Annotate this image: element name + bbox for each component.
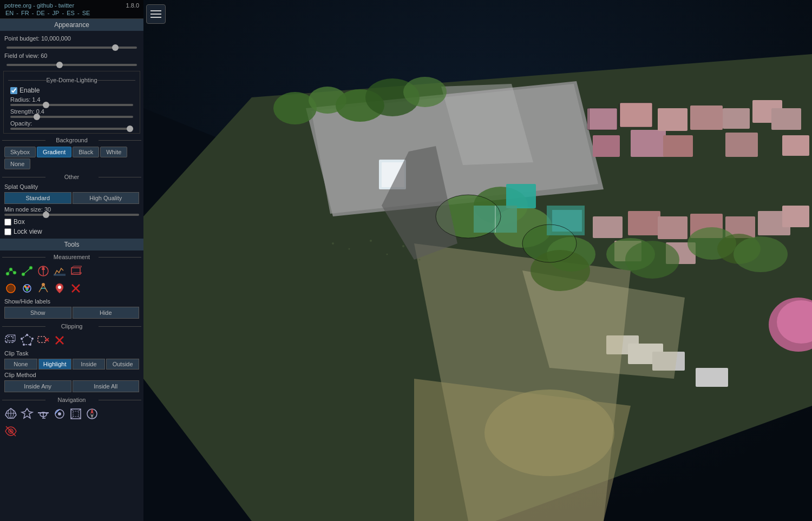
- cancel-clip-icon[interactable]: [53, 334, 66, 347]
- splat-high-btn[interactable]: High Quality: [73, 192, 140, 204]
- compass-nav-icon[interactable]: N: [86, 407, 99, 420]
- edl-title: Eye-Dome-Lighting: [6, 77, 137, 83]
- point-measure-icon[interactable]: [4, 265, 17, 278]
- show-labels-btn[interactable]: Show: [4, 307, 71, 319]
- circle-area-icon[interactable]: [4, 282, 17, 295]
- github-link[interactable]: github: [37, 2, 53, 9]
- svg-line-80: [23, 268, 31, 274]
- orbit-nav-icon[interactable]: [53, 407, 66, 420]
- svg-rect-24: [771, 108, 801, 130]
- bg-white-btn[interactable]: White: [100, 147, 127, 157]
- lock-view-checkbox[interactable]: [4, 228, 11, 235]
- clip-highlight-btn[interactable]: Highlight: [38, 359, 71, 370]
- svg-rect-20: [663, 135, 693, 157]
- edl-radius-slider[interactable]: [10, 104, 133, 106]
- clip-outside-btn[interactable]: Outside: [106, 359, 139, 370]
- splat-standard-btn[interactable]: Standard: [4, 192, 71, 204]
- bg-none-btn[interactable]: None: [4, 159, 30, 169]
- distance-measure-icon[interactable]: [21, 265, 34, 278]
- lock-view-row: Lock view: [0, 227, 143, 236]
- min-node-slider[interactable]: [4, 214, 139, 216]
- pin-icon[interactable]: [53, 282, 66, 295]
- fov-label: Field of view: 60: [4, 52, 139, 59]
- svg-rect-25: [782, 135, 809, 156]
- edl-strength-slider[interactable]: [10, 116, 133, 118]
- edl-section: Eye-Dome-Lighting Enable Radius: 1.4 Str…: [3, 71, 140, 134]
- svg-rect-68: [619, 104, 620, 127]
- north-indicator-icon[interactable]: N: [37, 265, 50, 278]
- edl-opacity-slider[interactable]: [10, 128, 133, 130]
- svg-point-62: [734, 236, 788, 272]
- twitter-link[interactable]: twitter: [58, 2, 74, 9]
- svg-point-100: [26, 289, 28, 291]
- bg-black-btn[interactable]: Black: [73, 147, 99, 157]
- navigation-icons: N: [0, 405, 143, 423]
- bg-skybox-btn[interactable]: Skybox: [4, 147, 36, 157]
- navigation-title: Navigation: [0, 397, 143, 403]
- lang-es[interactable]: ES: [67, 10, 75, 16]
- clip-inside-all-btn[interactable]: Inside All: [73, 380, 140, 392]
- lang-se[interactable]: SE: [82, 10, 90, 16]
- box-checkbox[interactable]: [4, 219, 11, 226]
- sidebar: 1.8.0 potree.org - github - twitter EN -…: [0, 0, 143, 521]
- svg-point-50: [387, 254, 388, 255]
- svg-rect-18: [658, 108, 687, 131]
- svg-point-49: [370, 240, 372, 242]
- earth-nav-icon[interactable]: [4, 407, 17, 420]
- edl-radius-row: Radius: 1.4: [6, 95, 137, 107]
- viewport[interactable]: [143, 0, 812, 521]
- min-node-row: Min node size: 30: [0, 205, 143, 217]
- svg-rect-26: [506, 184, 536, 208]
- clip-inside-btn[interactable]: Inside: [73, 359, 106, 370]
- background-buttons: Skybox Gradient Black White None: [0, 146, 143, 170]
- svg-marker-144: [90, 414, 94, 419]
- svg-point-57: [531, 250, 590, 291]
- flight-nav-icon[interactable]: [21, 407, 34, 420]
- tools-title: Tools: [0, 239, 143, 250]
- svg-point-99: [28, 286, 30, 288]
- svg-rect-137: [73, 411, 78, 417]
- svg-point-102: [58, 286, 61, 289]
- bg-gradient-btn[interactable]: Gradient: [37, 147, 71, 157]
- svg-point-10: [403, 77, 447, 107]
- cancel-measure-icon[interactable]: [69, 282, 82, 295]
- hide-labels-btn[interactable]: Hide: [73, 307, 140, 319]
- lang-fr[interactable]: FR: [21, 10, 29, 16]
- show-hide-buttons: Show Hide: [0, 306, 143, 320]
- heli-nav-icon[interactable]: [37, 407, 50, 420]
- volume-box-icon[interactable]: [69, 265, 82, 278]
- edl-opacity-row: Opacity:: [6, 119, 137, 131]
- remove-clip-icon[interactable]: [37, 334, 50, 347]
- svg-rect-19: [690, 105, 723, 130]
- clip-inside-any-btn[interactable]: Inside Any: [4, 380, 71, 392]
- measurement-icons-row2: [0, 280, 143, 297]
- height-profile-icon[interactable]: [53, 265, 66, 278]
- clip-poly-icon[interactable]: [21, 334, 34, 347]
- fov-slider[interactable]: [6, 64, 137, 66]
- menu-button[interactable]: [146, 4, 166, 24]
- fullextent-nav-icon[interactable]: [69, 407, 82, 420]
- box-row: Box: [0, 217, 143, 227]
- clipping-title: Clipping: [0, 323, 143, 329]
- colorpicker-icon[interactable]: [21, 282, 34, 295]
- lock-view-label: Lock view: [14, 228, 42, 235]
- svg-point-117: [29, 344, 31, 346]
- edl-strength-row: Strength: 0.4: [6, 107, 137, 119]
- svg-rect-17: [631, 130, 666, 157]
- angle-icon[interactable]: [37, 282, 50, 295]
- point-budget-slider[interactable]: [6, 47, 137, 49]
- box-label: Box: [14, 218, 25, 226]
- clip-none-btn[interactable]: None: [4, 359, 37, 370]
- edl-enable-checkbox[interactable]: [10, 87, 17, 94]
- svg-rect-120: [38, 337, 45, 342]
- svg-point-115: [26, 334, 28, 336]
- lang-jp[interactable]: JP: [53, 10, 60, 16]
- svg-rect-66: [552, 210, 582, 232]
- lang-de[interactable]: DE: [37, 10, 45, 16]
- potree-link[interactable]: potree.org: [4, 2, 31, 9]
- lang-en[interactable]: EN: [5, 10, 14, 16]
- clip-box-icon[interactable]: [4, 334, 17, 347]
- svg-rect-14: [587, 108, 617, 130]
- visibility-icon[interactable]: [4, 425, 17, 438]
- background-title: Background: [0, 137, 143, 143]
